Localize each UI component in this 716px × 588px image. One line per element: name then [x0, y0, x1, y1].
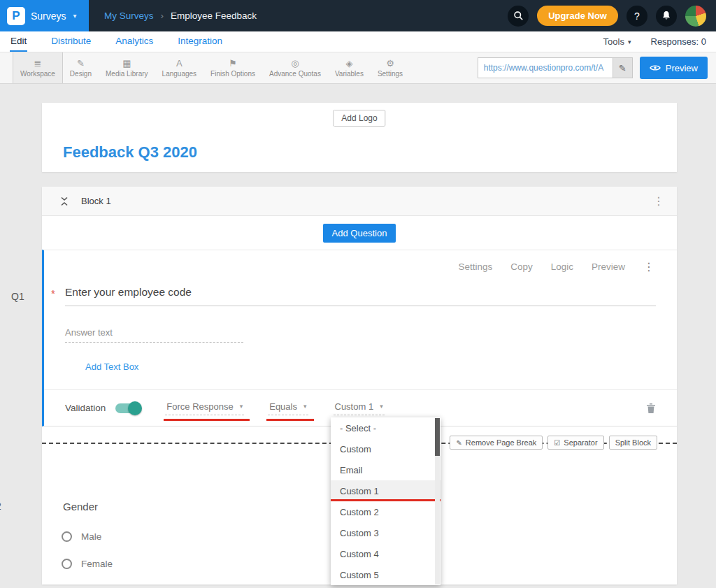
bell-icon: [661, 10, 671, 21]
survey-title[interactable]: Feedback Q3 2020: [63, 143, 197, 162]
toolbar-item-workspace[interactable]: ≣ Workspace: [13, 52, 63, 83]
dropdown-item-custom-2[interactable]: Custom 2: [331, 501, 441, 522]
design-icon: ✎: [77, 59, 85, 68]
validation-label: Validation: [65, 403, 106, 413]
dropdown-item-custom[interactable]: Custom: [331, 438, 441, 459]
add-text-box-link[interactable]: Add Text Box: [85, 361, 138, 372]
gear-icon: ⚙: [386, 59, 394, 68]
finish-options-icon: ⚑: [229, 59, 237, 68]
tab-analytics[interactable]: Analytics: [115, 31, 154, 52]
workspace-icon: ≣: [34, 59, 41, 68]
toolbar-item-finish-options[interactable]: ⚑ Finish Options: [203, 52, 262, 83]
validation-type-select[interactable]: Custom 1 ▾: [334, 401, 385, 415]
toolbar-item-label: Settings: [378, 70, 403, 78]
product-menu-label: Surveys: [31, 10, 66, 22]
required-asterisk: *: [51, 287, 55, 299]
question-copy-link[interactable]: Copy: [510, 261, 533, 272]
questionpro-logo: P: [7, 7, 25, 25]
toolbar-item-variables[interactable]: ◈ Variables: [328, 52, 371, 83]
edit-url-button[interactable]: ✎: [613, 58, 632, 78]
responses-count[interactable]: Responses: 0: [651, 36, 707, 47]
help-button[interactable]: ?: [626, 6, 647, 27]
validation-operator-select[interactable]: Equals ▾: [268, 401, 308, 415]
tools-menu[interactable]: Tools ▾: [603, 36, 631, 47]
breadcrumb-my-surveys[interactable]: My Surveys: [104, 10, 154, 21]
dropdown-scrollbar[interactable]: [435, 418, 440, 585]
question-menu-kebab-icon[interactable]: ⋮: [643, 260, 654, 273]
user-avatar[interactable]: [685, 6, 706, 27]
chevron-down-icon: ▾: [628, 38, 631, 45]
toolbar-item-media-library[interactable]: ▦ Media Library: [99, 52, 155, 83]
separator-button[interactable]: ☑ Separator: [547, 436, 603, 450]
preview-button[interactable]: Preview: [640, 57, 708, 79]
toolbar-item-label: Design: [70, 70, 92, 78]
question-text[interactable]: Enter your employee code: [65, 286, 192, 298]
remove-page-break-button[interactable]: ✎ Remove Page Break: [450, 436, 543, 450]
add-logo-button[interactable]: Add Logo: [333, 110, 385, 127]
tab-distribute[interactable]: Distribute: [50, 31, 92, 52]
tab-integration[interactable]: Integration: [177, 31, 223, 52]
page-break-buttons: ✎ Remove Page Break ☑ Separator Split Bl…: [450, 436, 657, 450]
block-menu-kebab-icon[interactable]: ⋮: [653, 194, 664, 208]
product-menu[interactable]: P Surveys ▾: [0, 0, 89, 31]
split-block-button[interactable]: Split Block: [609, 436, 657, 450]
annotation-underline: [164, 419, 250, 421]
add-question-button[interactable]: Add Question: [323, 224, 396, 243]
radio-button-icon[interactable]: [62, 531, 72, 542]
scrollbar-thumb[interactable]: [435, 418, 440, 456]
dropdown-item-label: Custom 1: [340, 486, 379, 496]
validation-row: Validation Force Response ▾ Equals ▾: [44, 389, 677, 426]
force-response-select[interactable]: Force Response ▾: [165, 401, 244, 415]
remove-page-break-label: Remove Page Break: [466, 438, 537, 447]
search-button[interactable]: [508, 6, 529, 27]
split-block-label: Split Block: [615, 438, 651, 447]
dropdown-item-custom-4[interactable]: Custom 4: [331, 543, 441, 564]
answer-option-label: Female: [81, 559, 113, 569]
search-icon: [513, 10, 524, 21]
toolbar-item-settings[interactable]: ⚙ Settings: [371, 52, 410, 83]
survey-url-box: ✎: [478, 57, 633, 78]
topbar-actions: Upgrade Now ?: [508, 6, 716, 27]
question-settings-link[interactable]: Settings: [458, 261, 492, 272]
breadcrumb-separator-icon: ›: [161, 10, 164, 21]
notifications-button[interactable]: [656, 6, 677, 27]
collapse-block-icon[interactable]: [60, 196, 69, 206]
block-title[interactable]: Block 1: [81, 196, 111, 206]
dropdown-item-select[interactable]: - Select -: [331, 417, 441, 438]
trash-icon: [646, 403, 656, 414]
editor-toolbar: ≣ Workspace ✎ Design ▦ Media Library A L…: [0, 52, 716, 84]
radio-button-icon[interactable]: [62, 559, 72, 569]
question-q1[interactable]: Q1 Settings Copy Logic Preview ⋮ * Enter…: [42, 250, 677, 426]
survey-url-input[interactable]: [478, 58, 613, 78]
languages-icon: A: [176, 59, 182, 68]
advance-quotas-icon: ◎: [291, 59, 299, 68]
survey-editor-canvas: Add Logo Feedback Q3 2020 Block 1 ⋮ Add …: [0, 84, 716, 585]
pencil-icon: ✎: [456, 439, 461, 447]
dropdown-item-email[interactable]: Email: [331, 459, 441, 480]
validation-toggle[interactable]: [115, 403, 141, 413]
dropdown-item-custom-5[interactable]: Custom 5: [331, 564, 441, 585]
toolbar-item-label: Languages: [162, 70, 197, 78]
question-logic-link[interactable]: Logic: [551, 261, 573, 272]
separator-label: Separator: [564, 438, 597, 447]
upgrade-now-button[interactable]: Upgrade Now: [537, 6, 618, 26]
breadcrumb: My Surveys › Employee Feedback: [104, 10, 257, 21]
question-preview-link[interactable]: Preview: [592, 261, 625, 272]
delete-question-button[interactable]: [646, 403, 656, 414]
tab-edit[interactable]: Edit: [10, 31, 27, 52]
toolbar-item-advance-quotas[interactable]: ◎ Advance Quotas: [262, 52, 328, 83]
tools-menu-label: Tools: [603, 36, 624, 47]
chevron-down-icon: ▾: [303, 403, 307, 410]
toolbar-item-languages[interactable]: A Languages: [155, 52, 204, 83]
toolbar-item-design[interactable]: ✎ Design: [63, 52, 99, 83]
add-question-row: Add Question: [42, 216, 677, 250]
block-card: Block 1 ⋮ Add Question Q1 Settings Copy …: [42, 187, 677, 585]
media-library-icon: ▦: [122, 59, 131, 68]
dropdown-item-custom-3[interactable]: Custom 3: [331, 522, 441, 543]
topbar: P Surveys ▾ My Surveys › Employee Feedba…: [0, 0, 716, 31]
answer-text-field[interactable]: Answer text: [65, 327, 243, 343]
answer-option-label: Male: [81, 531, 101, 542]
dropdown-item-custom-1[interactable]: Custom 1: [331, 480, 441, 501]
pencil-icon: ✎: [619, 63, 626, 73]
annotation-underline: [266, 419, 313, 421]
